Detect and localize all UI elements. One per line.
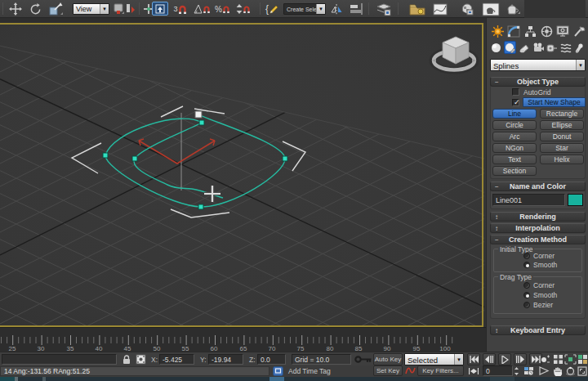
y-coordinate-field[interactable]: -19.94 [208, 354, 243, 365]
line-button[interactable]: Line [492, 109, 537, 119]
tab-modify[interactable] [506, 25, 521, 38]
rendering-rollout[interactable]: ↕ Rendering [490, 212, 586, 222]
tab-create[interactable] [490, 25, 505, 38]
previous-frame-button[interactable] [483, 353, 496, 365]
x-coordinate-field[interactable]: -5.425 [159, 354, 194, 365]
mirror-icon[interactable] [329, 2, 345, 16]
edit-named-selection-sets-icon[interactable]: { [263, 2, 281, 16]
dropdown-arrow-icon: ▼ [100, 4, 109, 14]
perspective-viewport[interactable]: FRONT [0, 18, 486, 327]
render-production-icon[interactable] [503, 2, 521, 16]
named-selection-set-dropdown[interactable]: Create Selection Se ▼ [283, 3, 326, 15]
circle-button[interactable]: Circle [492, 120, 537, 130]
drag-smooth-radio[interactable] [523, 292, 530, 298]
start-new-shape-checkbox[interactable]: ✓ [512, 99, 519, 106]
tab-hierarchy[interactable] [523, 25, 537, 38]
command-panel-tabs [490, 25, 586, 38]
category-geometry[interactable] [490, 41, 502, 54]
named-selection-set-value: Create Selection Se [284, 4, 316, 14]
helix-button[interactable]: Helix [540, 155, 584, 164]
toolbar-separator [260, 2, 261, 15]
ellipse-button[interactable]: Ellipse [540, 120, 584, 130]
graph-editors-icon[interactable] [407, 2, 428, 16]
star-button[interactable]: Star [540, 143, 584, 153]
category-lights[interactable] [518, 41, 530, 54]
use-pivot-point-center-icon[interactable] [113, 2, 124, 16]
percent-snap-icon[interactable]: % [214, 2, 230, 16]
selection-filter-dropdown[interactable]: Selected ▼ [404, 353, 464, 365]
taskbar-segment [42, 377, 46, 381]
rectangle-button[interactable]: Rectangle [540, 109, 584, 119]
next-frame-button[interactable] [514, 353, 527, 365]
key-mode-toggle-icon[interactable] [539, 353, 550, 365]
auto-key-button[interactable]: Auto Key [373, 353, 403, 365]
key-filters-button[interactable]: Key Filters... [417, 365, 464, 376]
start-new-shape-button[interactable]: Start New Shape [523, 97, 586, 107]
select-and-move-icon[interactable] [8, 2, 23, 16]
spinner-snap-icon[interactable] [234, 2, 251, 16]
selection-region-icon[interactable] [125, 2, 136, 16]
zoom-extents-icon[interactable] [564, 353, 577, 365]
autogrid-checkbox[interactable] [512, 88, 519, 96]
spline-category-dropdown[interactable]: Splines ▼ [490, 59, 586, 71]
object-color-swatch[interactable] [568, 194, 583, 206]
ngon-button[interactable]: NGon [492, 143, 537, 153]
key-step-toggle-icon[interactable] [467, 365, 480, 376]
reference-coordinate-dropdown[interactable]: View ▼ [73, 3, 109, 15]
creation-method-rollout[interactable]: − Creation Method [490, 235, 586, 244]
zoom-extents-all-icon[interactable] [577, 353, 588, 365]
zoom-all-icon[interactable] [552, 353, 564, 365]
align-icon[interactable] [348, 2, 364, 16]
category-shapes[interactable] [504, 41, 516, 54]
initial-smooth-radio[interactable] [523, 262, 530, 268]
drag-corner-label: Corner [533, 281, 555, 289]
material-editor-icon[interactable] [457, 2, 475, 16]
select-and-scale-icon[interactable] [47, 2, 65, 16]
layer-manager-icon[interactable] [374, 2, 394, 16]
category-cameras[interactable] [532, 41, 544, 54]
donut-button[interactable]: Donut [540, 132, 584, 141]
go-to-start-button[interactable] [467, 353, 480, 365]
category-space-warps[interactable] [559, 41, 572, 54]
rendered-frame-window-icon[interactable] [480, 2, 501, 16]
communicator-icon[interactable] [272, 365, 284, 376]
absolute-mode-icon[interactable] [135, 354, 146, 365]
field-of-view-icon[interactable] [538, 365, 550, 376]
object-name-field[interactable]: Line001 [492, 194, 565, 206]
category-systems[interactable] [573, 41, 586, 54]
select-and-rotate-icon[interactable] [28, 2, 42, 16]
set-key-button[interactable]: Set Key [373, 365, 403, 376]
arc-button[interactable]: Arc [492, 132, 537, 141]
orbit-icon[interactable] [564, 365, 577, 376]
drag-corner-radio[interactable] [523, 282, 530, 289]
play-button[interactable] [498, 353, 511, 365]
keyboard-entry-rollout[interactable]: ↕ Keyboard Entry [490, 325, 586, 335]
drag-bezier-radio[interactable] [523, 302, 530, 308]
maxscript-mini-listener[interactable] [2, 354, 117, 365]
interpolation-rollout[interactable]: ↕ Interpolation [490, 223, 586, 233]
taskbar-segment [15, 377, 18, 381]
set-keys-curve-icon[interactable] [404, 365, 416, 376]
initial-corner-radio[interactable] [523, 253, 530, 259]
object-type-rollout[interactable]: − Object Type [490, 77, 586, 87]
tab-motion[interactable] [539, 25, 554, 38]
selection-lock-icon[interactable] [121, 354, 131, 365]
frame-spinner[interactable] [513, 365, 519, 376]
name-and-color-rollout[interactable]: − Name and Color [490, 182, 586, 191]
tab-utilities[interactable] [572, 25, 586, 38]
pan-hand-icon[interactable] [551, 365, 564, 376]
tab-display[interactable] [555, 25, 570, 38]
curve-editor-icon[interactable] [430, 2, 450, 16]
category-helpers[interactable] [546, 41, 558, 54]
maximize-viewport-icon[interactable] [577, 365, 588, 376]
text-button[interactable]: Text [492, 155, 537, 164]
track-bar[interactable]: 25 30 35 40 45 50 55 60 65 70 75 80 85 9… [0, 327, 486, 352]
current-frame-field[interactable]: 0 [483, 365, 513, 376]
time-configuration-icon[interactable] [523, 365, 535, 376]
snaps-toggle-button[interactable] [152, 2, 168, 16]
z-coordinate-field[interactable]: 0.0 [257, 354, 286, 365]
section-button[interactable]: Section [492, 166, 537, 176]
add-time-tag[interactable]: Add Time Tag [288, 367, 331, 375]
snap-3d-icon[interactable]: 3 [172, 2, 188, 16]
angle-snap-icon[interactable] [193, 2, 211, 16]
